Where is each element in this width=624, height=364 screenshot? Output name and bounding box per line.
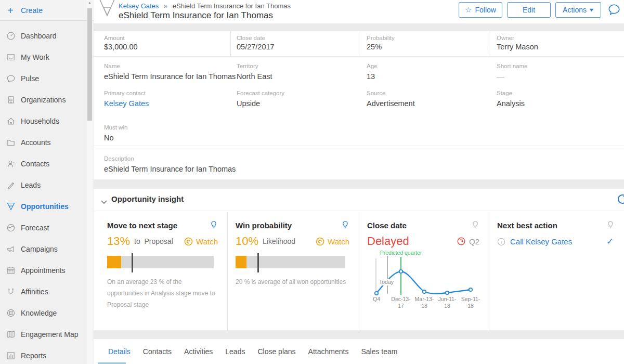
card-title: Win probability [236, 221, 292, 230]
scrollbar-thumb[interactable] [87, 8, 92, 121]
households-icon [6, 116, 16, 126]
primary-contact-link[interactable]: Kelsey Gates [104, 99, 149, 108]
complete-check-icon[interactable]: ✓ [606, 236, 614, 247]
sidebar-item-engagement-map[interactable]: Engagement Map [0, 323, 94, 345]
card-title: Close date [367, 221, 407, 230]
insight-section-title: Opportunity insight [111, 194, 184, 203]
sidebar-item-affinities[interactable]: Affinities [0, 281, 94, 302]
tab-close-plans[interactable]: Close plans [257, 347, 295, 356]
field-label-age: Age [367, 63, 377, 69]
engagement-map-icon [6, 330, 16, 339]
campaigns-icon [6, 244, 16, 254]
field-value-amount: $3,000.00 [104, 43, 138, 51]
benchmark-marker [132, 253, 133, 272]
breadcrumb-separator: » [164, 2, 167, 10]
info-icon[interactable] [497, 238, 505, 246]
plus-icon: + [7, 5, 20, 16]
insight-card-win-probability: Win probability 10% Likelihood Watch 20 … [227, 211, 359, 330]
field-label-amount: Amount [104, 35, 125, 41]
row-divider [94, 56, 624, 57]
insight-note: 20 % is average of all won opportunities [236, 276, 348, 288]
lightbulb-icon[interactable] [471, 220, 479, 230]
sidebar-item-accounts[interactable]: Accounts [0, 132, 94, 153]
opportunities-icon [6, 202, 16, 211]
sidebar-item-contacts[interactable]: Contacts [0, 153, 94, 174]
chat-bubble-icon[interactable] [607, 3, 621, 17]
insight-card-close-date: Close date Delayed Q2 Predicted quarter [359, 211, 489, 330]
organizations-icon [6, 95, 16, 105]
win-probability-percent: 10% [236, 235, 258, 248]
sidebar-item-reports[interactable]: Reports [0, 345, 94, 364]
field-value-must-win: No [104, 134, 114, 142]
edit-button[interactable]: Edit [507, 2, 551, 18]
field-label-primary-contact: Primary contact [104, 90, 146, 96]
tab-attachments[interactable]: Attachments [308, 347, 349, 356]
watch-link[interactable]: Watch [316, 237, 349, 246]
field-label-must-win: Must win [104, 124, 127, 131]
sidebar-scrollbar[interactable]: ▲ [87, 0, 93, 364]
field-value-territory: North East [237, 72, 272, 81]
sidebar-item-forecast[interactable]: Forecast [0, 217, 94, 238]
breadcrumb: Kelsey Gates » eShield Term Insurance fo… [119, 2, 291, 10]
insight-note: On an average 23 % of the opportunities … [107, 276, 217, 310]
collapse-chevron-icon[interactable] [101, 197, 107, 206]
svg-text:18: 18 [444, 303, 450, 309]
progress-bar [107, 256, 214, 268]
card-title: Move to next stage [107, 221, 177, 230]
field-label-description: Description [104, 155, 134, 162]
field-label-source: Source [367, 90, 385, 96]
breadcrumb-parent-link[interactable]: Kelsey Gates [119, 2, 159, 10]
tab-leads[interactable]: Leads [225, 347, 245, 356]
sidebar-item-knowledge[interactable]: Knowledge [0, 302, 94, 323]
sidebar-item-households[interactable]: Households [0, 110, 94, 132]
watch-icon [316, 237, 324, 246]
row-divider [94, 146, 624, 146]
create-button[interactable]: + Create [0, 0, 94, 21]
field-value-source: Advertisement [367, 99, 415, 108]
sidebar-nav: Dashboard My Work Pulse Organizations Ho… [0, 21, 94, 364]
tab-details[interactable]: Details [108, 347, 131, 356]
sidebar: + Create Dashboard My Work Pulse Organiz… [0, 0, 94, 364]
sidebar-item-leads[interactable]: Leads [0, 174, 94, 196]
field-value-probability: 25% [367, 43, 382, 51]
lightbulb-icon[interactable] [606, 220, 615, 230]
record-tabs: Details Contacts Activities Leads Close … [94, 339, 624, 364]
dashboard-icon [6, 31, 16, 41]
field-label-short-name: Short name [497, 63, 527, 69]
app-window: + Create Dashboard My Work Pulse Organiz… [0, 0, 624, 364]
svg-text:Today: Today [379, 279, 394, 285]
sidebar-item-organizations[interactable]: Organizations [0, 89, 94, 110]
tab-activities[interactable]: Activities [184, 347, 213, 356]
next-best-action-link[interactable]: Call Kelsey Gates [510, 237, 572, 246]
my-work-icon [6, 53, 16, 62]
field-value-description: eShield Term Insurance for Ian Thomas [104, 165, 236, 173]
svg-text:Jun-11-: Jun-11- [438, 296, 457, 302]
refresh-icon[interactable] [617, 193, 624, 205]
follow-button[interactable]: ☆ Follow [459, 2, 502, 18]
watch-link[interactable]: Watch [184, 237, 218, 246]
field-value-forecast-category: Upside [237, 99, 260, 108]
lightbulb-icon[interactable] [341, 220, 349, 230]
delayed-quarter-icon [457, 237, 466, 246]
opportunity-funnel-icon [98, 0, 118, 22]
field-label-territory: Territory [237, 63, 258, 69]
sidebar-item-opportunities[interactable]: Opportunities [0, 196, 94, 217]
sidebar-item-my-work[interactable]: My Work [0, 46, 94, 68]
field-label-name: Name [104, 63, 120, 69]
sidebar-item-pulse[interactable]: Pulse [0, 68, 94, 89]
lightbulb-icon[interactable] [210, 220, 218, 230]
sidebar-item-campaigns[interactable]: Campaigns [0, 238, 94, 259]
sidebar-item-dashboard[interactable]: Dashboard [0, 25, 94, 46]
svg-text:Sep-11-: Sep-11- [461, 296, 480, 302]
leads-icon [6, 180, 16, 190]
field-label-forecast-category: Forecast category [237, 90, 284, 96]
actions-button[interactable]: Actions ▼ [555, 2, 601, 18]
scroll-up-icon[interactable]: ▲ [87, 1, 92, 4]
sidebar-item-appointments[interactable]: Appointments [0, 259, 94, 281]
stage-move-percent: 13% [107, 235, 130, 248]
tab-contacts[interactable]: Contacts [143, 347, 172, 356]
likelihood-label: Likelihood [263, 237, 295, 245]
tab-sales-team[interactable]: Sales team [361, 347, 397, 356]
progress-fill [236, 256, 246, 268]
svg-text:17: 17 [398, 303, 404, 309]
